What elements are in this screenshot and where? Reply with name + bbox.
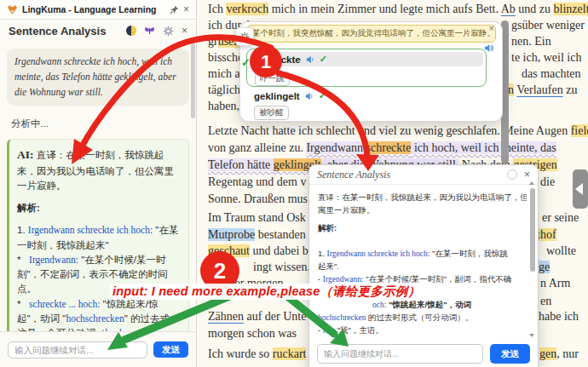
popup-footer: 发送 bbox=[317, 344, 530, 364]
known-check-icon[interactable]: ✓ bbox=[319, 90, 326, 101]
alert-close-icon[interactable]: × bbox=[489, 24, 494, 33]
word-lookup-popup: 某个时刻，我突然惊醒，因为我觉得电话响了，但公寓里一片寂静。 × schreck… bbox=[239, 21, 503, 122]
panel-footer: 发送 bbox=[0, 331, 196, 367]
analysis-status: 分析中... bbox=[11, 118, 196, 130]
popup-title: Sentence Analysis bbox=[317, 169, 500, 181]
lingkuma-butterfly-icon[interactable] bbox=[144, 26, 155, 36]
popup-chat-input[interactable] bbox=[317, 344, 483, 364]
panel-scrollbar[interactable] bbox=[191, 43, 195, 118]
send-button[interactable]: 发送 bbox=[153, 341, 188, 358]
word-entry-selected[interactable]: schreckte ✓ 吓一跳 bbox=[246, 49, 487, 87]
panel-header: Sentence Analysis × bbox=[0, 20, 196, 42]
word-label: schreckte bbox=[255, 54, 301, 65]
popup-close-icon[interactable]: × bbox=[524, 169, 530, 180]
popup-header: Sentence Analysis × bbox=[309, 165, 538, 185]
word-label: geklingelt bbox=[254, 91, 300, 101]
window-titlebar: LingKuma - Language Learning × bbox=[0, 0, 196, 20]
sentence-analysis-popup: Sentence Analysis × 直译：在某一时刻，我惊跳起来，因为我以为… bbox=[308, 164, 539, 367]
pin-icon[interactable] bbox=[170, 5, 179, 14]
gear-icon[interactable] bbox=[239, 32, 250, 42]
word-row[interactable]: schreckte ✓ bbox=[250, 52, 483, 66]
word-meaning-chip[interactable]: 吓一跳 bbox=[255, 72, 290, 86]
known-check-icon[interactable]: ✓ bbox=[320, 54, 327, 65]
word-toolbar[interactable] bbox=[235, 27, 254, 46]
window-title: LingKuma - Language Learning bbox=[22, 4, 165, 14]
word-entry[interactable]: geklingelt ✓ 被吵醒 bbox=[246, 89, 485, 120]
scroll-down-icon[interactable] bbox=[529, 334, 534, 337]
popup-send-button[interactable]: 发送 bbox=[490, 344, 530, 364]
ai-analysis-body: AI: 直译：在某一时刻，我惊跳起来，因为我以为电话响了，但公寓里一片寂静。解析… bbox=[7, 139, 189, 331]
analyzed-sentence-quote: Irgendwann schreckte ich hoch, weil ich … bbox=[7, 49, 189, 106]
sidebar-panel: LingKuma - Language Learning × Sentence … bbox=[0, 0, 197, 367]
panel-title: Sentence Analysis bbox=[9, 25, 118, 37]
chat-input[interactable] bbox=[8, 341, 147, 358]
word-row[interactable]: geklingelt ✓ bbox=[246, 89, 485, 103]
word-meaning-chip[interactable]: 被吵醒 bbox=[254, 106, 289, 120]
translation-alert: 某个时刻，我突然惊醒，因为我觉得电话响了，但公寓里一片寂静。 bbox=[246, 25, 496, 43]
sidebar-collapse-handle[interactable] bbox=[573, 169, 588, 209]
speaker-icon[interactable] bbox=[306, 55, 314, 64]
window-close-icon[interactable]: × bbox=[183, 4, 189, 14]
analysis-popup-body-lines: 直译：在某一时刻，我惊跳起来，因为我以为电话响了，但公寓里一片寂静。解析:1. … bbox=[318, 186, 527, 339]
speaker-icon[interactable] bbox=[305, 92, 314, 100]
panel-body: Irgendwann schreckte ich hoch, weil ich … bbox=[0, 42, 196, 331]
popup-scrollbar[interactable] bbox=[530, 188, 535, 272]
theme-toggle-icon[interactable] bbox=[126, 26, 136, 36]
settings-gear-icon[interactable] bbox=[163, 26, 174, 37]
scroll-up-icon[interactable] bbox=[529, 181, 534, 185]
loading-icon bbox=[507, 169, 517, 180]
word-known-check-icon[interactable]: ✓ bbox=[241, 56, 251, 69]
lingkuma-logo-icon bbox=[7, 4, 18, 15]
panel-close-icon[interactable]: × bbox=[182, 26, 187, 36]
